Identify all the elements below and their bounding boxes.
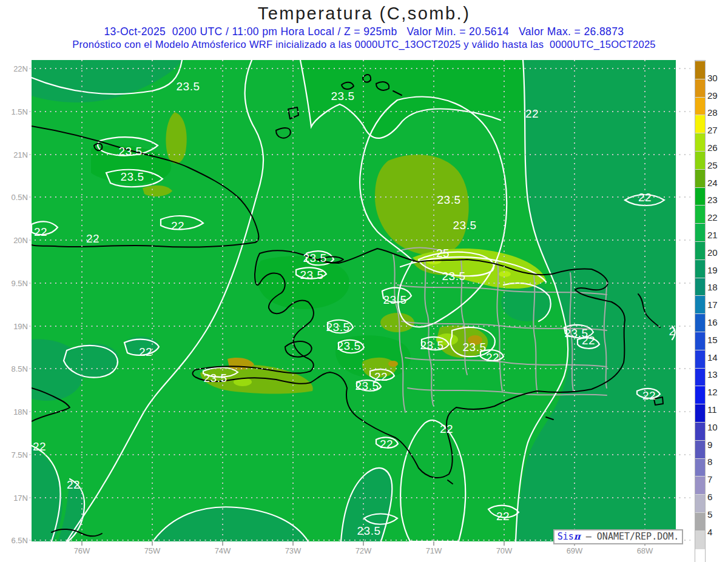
contour-label: 23.5 — [453, 219, 477, 232]
colorbar-segment — [695, 151, 705, 169]
colorbar-segment — [695, 368, 705, 386]
forecast-valid-time-line: 13-Oct-2025 0200 UTC / 11:00 pm Hora Loc… — [0, 25, 728, 38]
colorbar-tick-label: 26 — [707, 142, 726, 153]
contour-label: 22 — [486, 351, 499, 364]
colorbar-segment — [695, 494, 705, 512]
colorbar-tick-label: 22 — [707, 212, 726, 222]
colorbar-segment — [695, 530, 705, 549]
contour-label: 23.5 — [326, 321, 350, 334]
colorbar-tick-label: 8 — [707, 457, 726, 467]
colorbar-segment — [695, 404, 705, 422]
contour-label: 23.5 — [303, 252, 327, 265]
lon-tick-label: 68W — [627, 546, 663, 555]
colorbar-tick-label: 6 — [707, 492, 726, 502]
contour-label: 22 — [33, 440, 46, 453]
contour-label: 23.5 — [356, 380, 379, 393]
colorbar-tick-label: 5 — [707, 509, 726, 520]
lat-tick-label: 18N — [0, 407, 28, 416]
colorbar-segment — [695, 313, 705, 332]
lat-tick-label: 20N — [0, 236, 28, 245]
colorbar-segment — [695, 241, 705, 259]
colorbar-segment — [695, 79, 705, 97]
colorbar-segment — [695, 332, 705, 350]
colorbar-tick-label: 7 — [707, 474, 726, 484]
lon-tick-label: 70W — [486, 546, 522, 555]
contour-label: 22 — [171, 219, 184, 233]
colorbar-tick-label: 24 — [707, 178, 726, 188]
colorbar-segment — [695, 386, 705, 404]
attribution-box: Sisπ – ONAMET/REP.DOM. — [553, 529, 683, 544]
lat-tick-label: 21N — [0, 150, 28, 159]
contour-label: 22 — [67, 478, 80, 492]
lat-tick-label: 17N — [0, 493, 28, 503]
colorbar-tick-label: 29 — [707, 90, 726, 101]
contour-label: 23.5 — [121, 170, 144, 184]
colorbar — [695, 60, 706, 562]
lat-tick-label: 22N — [0, 64, 28, 73]
colorbar-tick-label: 19 — [707, 265, 726, 275]
contour-label: 23.5 — [420, 339, 444, 352]
contour-label: 22 — [380, 438, 393, 451]
colorbar-segment — [695, 97, 705, 115]
contour-label: 22 — [642, 389, 656, 403]
lat-tick-label: 7.5N — [0, 450, 28, 460]
contour-label: 22 — [525, 107, 539, 121]
colorbar-tick-label: 25 — [707, 160, 726, 170]
colorbar-tick-label: 27 — [707, 125, 726, 135]
temperature-field — [32, 60, 676, 541]
colorbar-segment — [695, 512, 705, 530]
colorbar-segment — [695, 187, 705, 206]
lon-tick-label: 73W — [275, 546, 311, 555]
contour-label: 23.5 — [357, 524, 381, 538]
colorbar-tick-label: 18 — [707, 282, 726, 292]
lon-tick-label: 71W — [416, 546, 452, 555]
colorbar-segment — [695, 295, 705, 313]
colorbar-tick-label: 16 — [707, 317, 726, 327]
contour-label: 23.5 — [669, 325, 693, 338]
colorbar-tick-label: 28 — [707, 107, 726, 118]
lat-tick-label: 19N — [0, 322, 28, 331]
lon-tick-label: 76W — [64, 546, 100, 555]
colorbar-tick-label: 23 — [707, 195, 726, 205]
colorbar-segment — [695, 223, 705, 241]
colorbar-segment — [695, 476, 705, 494]
contour-label: 22 — [34, 226, 47, 239]
colorbar-segment — [695, 458, 705, 477]
colorbar-tick-label: 13 — [707, 369, 726, 380]
lon-tick-label: 75W — [134, 546, 170, 555]
lat-tick-label: 6.5N — [0, 536, 28, 545]
colorbar-tick-label: 10 — [707, 422, 726, 432]
colorbar-tick-label: 30 — [707, 73, 726, 83]
contour-label: 25 — [436, 247, 450, 260]
colorbar-segment — [695, 259, 705, 278]
contour-label: 23.5 — [331, 90, 355, 103]
page-title: Temperatura (C,somb.) — [0, 4, 728, 24]
colorbar-segment — [695, 422, 705, 440]
contour-label: 23.5 — [300, 269, 324, 282]
colorbar-tick-label: 9 — [707, 440, 726, 450]
colorbar-segment — [695, 278, 705, 296]
colorbar-segment — [695, 205, 705, 223]
colorbar-segment — [695, 350, 705, 368]
lat-tick-label: 9.5N — [0, 279, 28, 288]
colorbar-segment — [695, 115, 705, 133]
lon-tick-label: 72W — [345, 546, 382, 555]
contour-label: 23.5 — [437, 193, 461, 207]
colorbar-tick-label: 20 — [707, 247, 726, 258]
contour-label: 23.5 — [177, 80, 200, 93]
contour-label: 22 — [86, 232, 99, 246]
contour-label: 23.5 — [119, 145, 143, 158]
contour-label: 23.5 — [204, 372, 228, 385]
lon-tick-label: 69W — [556, 546, 593, 555]
colorbar-segment — [695, 133, 705, 151]
contour-label: 23.5 — [463, 341, 487, 354]
colorbar-segment — [695, 549, 705, 562]
sispi-logo: Sis — [558, 531, 574, 542]
lat-tick-label: 0.5N — [0, 193, 28, 202]
weather-map-page: Temperatura (C,somb.) 13-Oct-2025 0200 U… — [0, 0, 728, 562]
contour-label: 22 — [582, 334, 595, 347]
colorbar-tick-label: 4 — [707, 527, 726, 537]
colorbar-tick-label: 11 — [707, 404, 726, 415]
contour-label: 23.5 — [337, 340, 361, 353]
colorbar-tick-label: 15 — [707, 335, 726, 345]
